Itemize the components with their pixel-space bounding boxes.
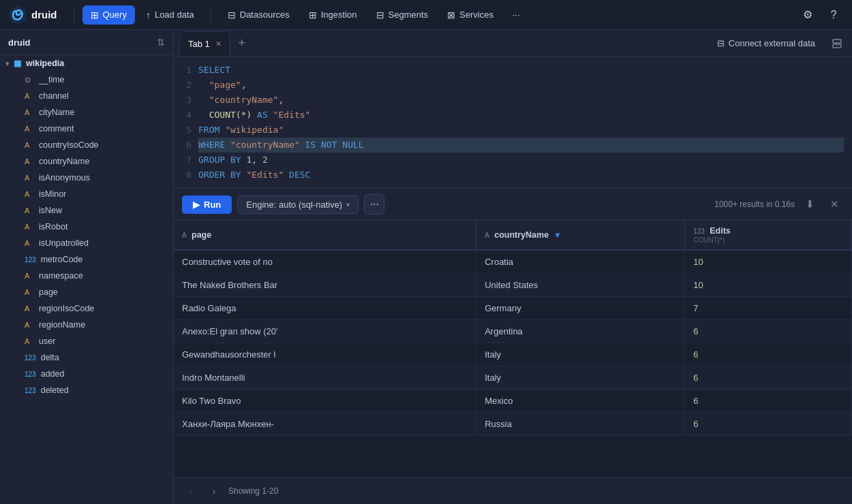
sidebar-item-isnew[interactable]: A isNew bbox=[0, 202, 173, 219]
string-type-icon: A bbox=[25, 321, 34, 329]
svg-rect-1 bbox=[833, 40, 841, 43]
string-col-icon: A bbox=[485, 232, 489, 239]
sidebar-item-regionisocode[interactable]: A regionIsoCode bbox=[0, 300, 173, 317]
sidebar-item-cityname[interactable]: A cityName bbox=[0, 104, 173, 121]
cell-edits: 7 bbox=[685, 297, 852, 320]
sidebar-item-countryisocode[interactable]: A countryIsoCode bbox=[0, 137, 173, 153]
sidebar-item-regionname[interactable]: A regionName bbox=[0, 317, 173, 333]
col-header-countryname[interactable]: A countryName ▼ bbox=[476, 221, 685, 250]
help-button[interactable]: ? bbox=[823, 5, 844, 25]
sidebar-item-label: metroCode bbox=[41, 255, 83, 264]
sidebar-item-label: countryName bbox=[39, 157, 89, 166]
code-content: SELECT "page", "countryName", COUNT(*) A… bbox=[198, 63, 852, 183]
editor-area[interactable]: 1 2 3 4 5 6 7 8 SELECT "page", "countryN… bbox=[174, 57, 852, 189]
sidebar-item-comment[interactable]: A comment bbox=[0, 121, 173, 137]
sidebar-item-isminor[interactable]: A isMinor bbox=[0, 186, 173, 202]
connect-external-data-button[interactable]: ⊟ Connect external data bbox=[709, 35, 823, 52]
pagination-bar: ‹ › Showing 1-20 bbox=[174, 477, 852, 504]
results-table[interactable]: A page A countryName ▼ 123 Edits bbox=[174, 221, 852, 477]
sidebar-item-label: isUnpatrolled bbox=[39, 238, 89, 248]
sidebar-item-deleted[interactable]: 123 deleted bbox=[0, 382, 173, 398]
sidebar-item-label: deleted bbox=[41, 385, 69, 395]
engine-select[interactable]: Engine: auto (sql-native) ▾ bbox=[237, 195, 359, 214]
topnav-right: ⚙ ? bbox=[797, 5, 844, 25]
tab-add-button[interactable]: + bbox=[233, 35, 251, 52]
cell-countryname: Italy bbox=[476, 366, 685, 390]
cell-page: Gewandhausorchester l bbox=[174, 343, 476, 366]
druid-logo-icon bbox=[8, 5, 27, 25]
tab-1[interactable]: Tab 1 ✕ bbox=[179, 31, 230, 56]
cell-page: The Naked Brothers Bar bbox=[174, 274, 476, 297]
table-row: Radio GalegaGermany7 bbox=[174, 297, 852, 320]
sidebar-item-metrocode[interactable]: 123 metroCode bbox=[0, 251, 173, 268]
settings-button[interactable]: ⚙ bbox=[797, 5, 818, 25]
sidebar-item-wikipedia[interactable]: ▾ ▦ wikipedia bbox=[0, 55, 173, 72]
ingestion-icon: ⊞ bbox=[309, 10, 317, 20]
dismiss-button[interactable]: ✕ bbox=[825, 195, 844, 214]
download-button[interactable]: ⬇ bbox=[800, 195, 819, 214]
pagination-info: Showing 1-20 bbox=[228, 486, 278, 496]
sidebar-item-countryname[interactable]: A countryName bbox=[0, 153, 173, 170]
sidebar-item-label: regionIsoCode bbox=[39, 304, 94, 313]
sidebar-item-page[interactable]: A page bbox=[0, 284, 173, 300]
logo-text: druid bbox=[31, 9, 57, 20]
sidebar-item-label: page bbox=[39, 287, 58, 297]
sidebar-item-user[interactable]: A user bbox=[0, 333, 173, 349]
sidebar-sort-icon[interactable]: ⇅ bbox=[157, 37, 165, 48]
col-header-page[interactable]: A page bbox=[174, 221, 476, 250]
cell-countryname: Germany bbox=[476, 297, 685, 320]
more-options-button[interactable]: ··· bbox=[364, 194, 384, 215]
cell-edits: 6 bbox=[685, 343, 852, 366]
sidebar-item-label: added bbox=[41, 369, 65, 379]
table-icon: ▦ bbox=[14, 59, 21, 68]
sidebar-item-namespace[interactable]: A namespace bbox=[0, 268, 173, 284]
sidebar-list: ▾ ▦ wikipedia ⊙ __time A channel A cityN… bbox=[0, 55, 173, 504]
sidebar-item-delta[interactable]: 123 delta bbox=[0, 349, 173, 366]
col-edits-label: Edits bbox=[710, 226, 731, 236]
sidebar-item-label: delta bbox=[41, 353, 59, 362]
sidebar-item-isunpatrolled[interactable]: A isUnpatrolled bbox=[0, 235, 173, 251]
cell-edits: 10 bbox=[685, 274, 852, 297]
number-col-icon: 123 bbox=[693, 227, 705, 235]
sidebar-item-added[interactable]: 123 added bbox=[0, 366, 173, 382]
sidebar-item-channel[interactable]: A channel bbox=[0, 88, 173, 104]
sidebar-title: druid bbox=[8, 37, 31, 48]
content-area: Tab 1 ✕ + ⊟ Connect external data bbox=[174, 30, 852, 504]
results-area: A page A countryName ▼ 123 Edits bbox=[174, 221, 852, 504]
tab-close-icon[interactable]: ✕ bbox=[215, 40, 222, 48]
results-info: 1000+ results in 0.16s bbox=[714, 200, 795, 209]
number-type-icon: 123 bbox=[25, 387, 36, 394]
svg-rect-2 bbox=[833, 44, 841, 48]
nav-ingestion[interactable]: ⊞ Ingestion bbox=[301, 5, 365, 25]
nav-more[interactable]: ··· bbox=[504, 5, 528, 24]
query-icon: ⊞ bbox=[91, 10, 99, 20]
sidebar-item-isanonymous[interactable]: A isAnonymous bbox=[0, 170, 173, 186]
run-button[interactable]: ▶ Run bbox=[182, 195, 232, 214]
datasources-icon: ⊟ bbox=[228, 10, 236, 20]
sidebar-item-isrobot[interactable]: A isRobot bbox=[0, 219, 173, 235]
prev-page-button[interactable]: ‹ bbox=[182, 482, 200, 500]
nav-segments[interactable]: ⊟ Segments bbox=[368, 5, 437, 25]
collapse-button[interactable] bbox=[827, 34, 847, 53]
nav-load-data[interactable]: ↑ Load data bbox=[138, 5, 202, 25]
cell-edits: 6 bbox=[685, 413, 852, 436]
engine-caret-icon: ▾ bbox=[346, 201, 350, 208]
cell-edits: 6 bbox=[685, 390, 852, 413]
nav-query[interactable]: ⊞ Query bbox=[82, 5, 135, 25]
sidebar-item-label: wikipedia bbox=[26, 59, 64, 68]
next-page-button[interactable]: › bbox=[205, 482, 223, 500]
table-header-row: A page A countryName ▼ 123 Edits bbox=[174, 221, 852, 250]
table-row: Anexo:El gran show (20'Argentina6 bbox=[174, 320, 852, 343]
table-row: Kilo Two BravoMexico6 bbox=[174, 390, 852, 413]
nav-services[interactable]: ⊠ Services bbox=[439, 5, 502, 25]
col-header-edits[interactable]: 123 Edits COUNT(*) bbox=[685, 221, 852, 250]
sidebar-item-time[interactable]: ⊙ __time bbox=[0, 72, 173, 88]
time-type-icon: ⊙ bbox=[25, 76, 34, 84]
sidebar-header: druid ⇅ bbox=[0, 30, 173, 55]
filter-icon[interactable]: ▼ bbox=[553, 231, 561, 239]
cell-page: Constructive vote of no bbox=[174, 250, 476, 274]
nav-datasources[interactable]: ⊟ Datasources bbox=[219, 5, 298, 25]
sidebar-item-label: namespace bbox=[39, 271, 83, 281]
sidebar-item-label: isAnonymous bbox=[39, 173, 90, 183]
cell-page: Kilo Two Bravo bbox=[174, 390, 476, 413]
